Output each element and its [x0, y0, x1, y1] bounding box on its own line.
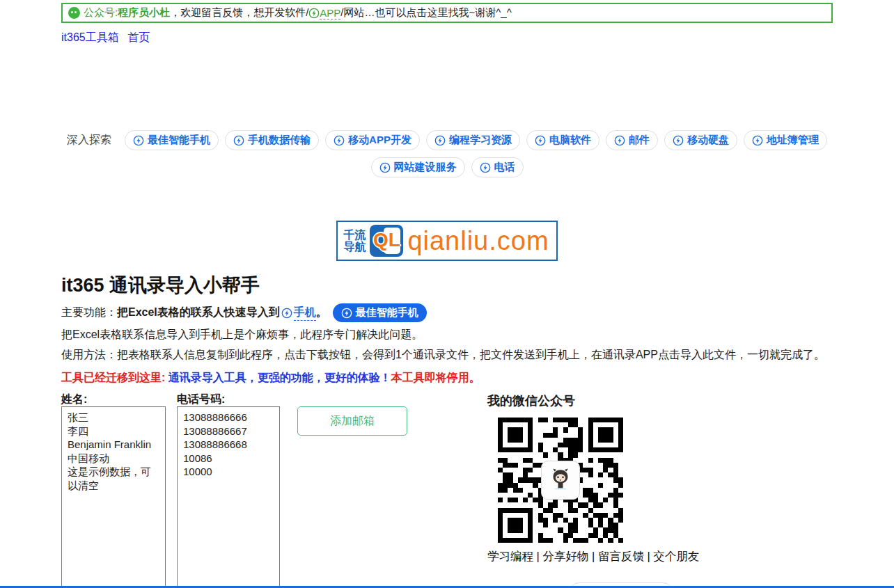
flash-circle-icon — [752, 135, 763, 146]
feature-bold-text: 把Excel表格的联系人快速导入到 — [117, 305, 280, 320]
flash-circle-icon — [334, 135, 345, 146]
page-title: it365 通讯录导入小帮手 — [61, 273, 833, 298]
explore-pill-label: 编程学习资源 — [449, 134, 512, 147]
flash-circle-icon — [673, 135, 684, 146]
explore-pill[interactable]: 电脑软件 — [526, 130, 599, 150]
explore-pill[interactable]: 邮件 — [606, 130, 658, 150]
description-line: 把Excel表格联系信息导入到手机上是个麻烦事，此程序专门解决此问题。 — [61, 326, 833, 342]
flash-circle-icon — [281, 308, 292, 319]
qr-code — [498, 418, 623, 543]
flash-circle-icon — [535, 135, 546, 146]
toolbox-link[interactable]: it365工具箱 — [61, 31, 119, 43]
feature-label: 主要功能： — [61, 305, 117, 320]
contacts-form: 姓名: 张三 李四 Benjamin Franklin 中国移动 这是示例数据，… — [61, 392, 833, 588]
home-link[interactable]: 首页 — [127, 31, 150, 43]
explore-pill[interactable]: 编程学习资源 — [426, 130, 520, 150]
banner-text: ，欢迎留言反馈，想开发软件/ — [170, 6, 308, 19]
usage-line: 使用方法：把表格联系人信息复制到此程序，点击下载按钮，会得到1个通讯录文件，把文… — [61, 347, 833, 363]
explore-pill-label: 移动APP开发 — [348, 134, 411, 147]
explore-pill-label: 电话 — [494, 161, 515, 174]
explore-section: 深入探索 最佳智能手机 手机数据传输 移动APP开发 编程学习资源 — [61, 130, 833, 177]
qr-caption: 学习编程 | 分享好物 | 留言反馈 | 交个朋友 — [487, 549, 700, 564]
wechat-icon — [68, 7, 80, 19]
flash-circle-icon — [379, 162, 391, 173]
wechat-sidebar: 我的微信公众号 学习编程 | 分享好物 | 留言反馈 | 交个朋友 — [487, 392, 700, 588]
add-email-button[interactable]: 添加邮箱 — [297, 406, 407, 436]
explore-pill[interactable]: 移动硬盘 — [664, 130, 737, 150]
phones-textarea[interactable]: 13088886666 13088886667 13088886668 1008… — [177, 406, 280, 588]
flash-circle-icon — [614, 135, 625, 146]
explore-pill-label: 移动硬盘 — [687, 134, 729, 147]
breadcrumb: it365工具箱 首页 — [61, 31, 833, 45]
explore-pill[interactable]: 地址簿管理 — [744, 130, 827, 150]
logo-cn-text: 千流 导航 — [343, 229, 366, 253]
best-phone-pill-label: 最佳智能手机 — [356, 306, 418, 319]
banner-account-name: 程序员小杜 — [118, 6, 170, 19]
migrate-text-blue: ，更强的功能，更好的体验！ — [246, 372, 391, 383]
phone-label: 电话号码: — [177, 392, 280, 406]
explore-pill-label: 电脑软件 — [549, 134, 591, 147]
name-label: 姓名: — [61, 392, 166, 406]
migrate-tool-link[interactable]: 通讯录导入工具 — [168, 372, 246, 383]
explore-pill-label: 最佳智能手机 — [148, 134, 210, 147]
explore-pill[interactable]: 手机数据传输 — [225, 130, 319, 150]
migration-notice: 工具已经迁移到这里: 通讯录导入工具，更强的功能，更好的体验！本工具即将停用。 — [61, 371, 833, 386]
qianliu-logo[interactable]: 千流 导航 QL qianliu.com — [336, 221, 557, 261]
explore-pill-label: 邮件 — [629, 134, 650, 147]
flash-circle-icon — [133, 135, 144, 146]
explore-pill-label: 手机数据传输 — [248, 134, 311, 147]
best-phone-pill-button[interactable]: 最佳智能手机 — [333, 303, 427, 322]
flash-circle-icon — [233, 135, 244, 146]
explore-pill-label: 网站建设服务 — [394, 161, 457, 174]
explore-pill-label: 地址簿管理 — [767, 134, 819, 147]
phone-link[interactable]: 手机 — [294, 305, 316, 321]
explore-label: 深入探索 — [67, 133, 111, 148]
migrate-text-red: 工具已经迁移到这里: — [61, 372, 168, 383]
app-link[interactable]: APP — [320, 7, 340, 19]
explore-pill[interactable]: 移动APP开发 — [325, 130, 420, 150]
explore-pill[interactable]: 网站建设服务 — [371, 157, 465, 177]
explore-pill[interactable]: 最佳智能手机 — [125, 130, 219, 150]
names-textarea[interactable]: 张三 李四 Benjamin Franklin 中国移动 这是示例数据，可以清空 — [61, 406, 166, 588]
flash-circle-icon — [308, 8, 320, 19]
flash-circle-icon — [341, 308, 352, 319]
octocat-icon — [546, 466, 575, 495]
flash-circle-icon — [434, 135, 446, 146]
banner-text-end: /网站…也可以点击这里找我~谢谢^_^ — [340, 6, 511, 19]
explore-pill[interactable]: 电话 — [471, 157, 524, 177]
logo-badge: QL — [370, 225, 403, 257]
migrate-text-red2: 本工具即将停用。 — [391, 372, 480, 383]
wechat-heading: 我的微信公众号 — [487, 392, 700, 409]
flash-circle-icon — [480, 162, 491, 173]
announcement-banner[interactable]: 公众号: 程序员小杜 ，欢迎留言反馈，想开发软件/ APP /网站…也可以点击这… — [61, 3, 833, 23]
banner-label: 公众号: — [84, 6, 118, 19]
octocat-badge — [541, 461, 580, 500]
logo-domain: qianliu.com — [407, 227, 549, 255]
feature-line: 主要功能：把Excel表格的联系人快速导入到 手机。 最佳智能手机 — [61, 303, 833, 322]
